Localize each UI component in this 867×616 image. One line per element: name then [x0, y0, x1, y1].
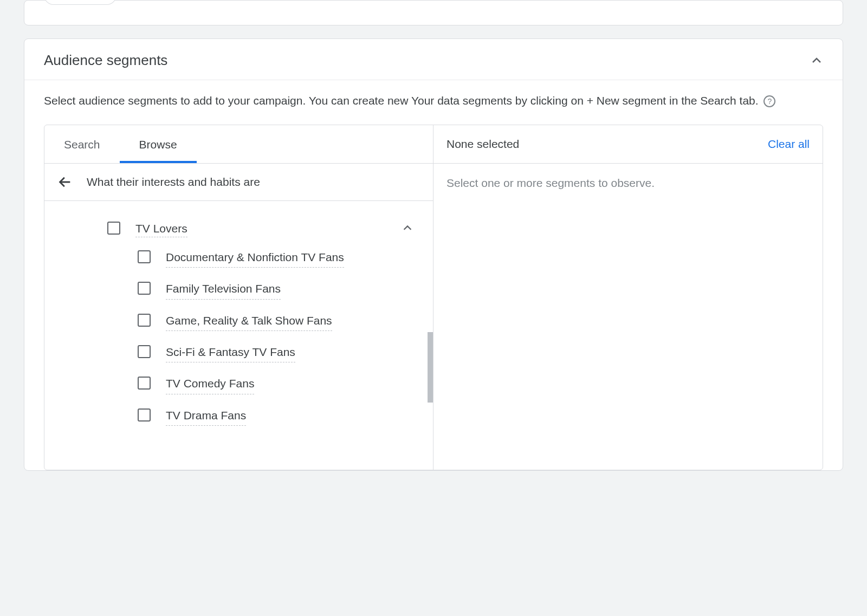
segment-label[interactable]: Game, Reality & Talk Show Fans — [166, 313, 332, 331]
segment-label[interactable]: Documentary & Nonfiction TV Fans — [166, 249, 344, 268]
description-bold: + New segment — [587, 94, 667, 107]
segment-label[interactable]: Sci-Fi & Fantasy TV Fans — [166, 344, 295, 362]
description-text-pre: Select audience segments to add to your … — [44, 94, 587, 107]
breadcrumb-row: What their interests and habits are — [44, 164, 433, 201]
segment-child-row: TV Comedy Fans — [44, 369, 433, 400]
right-header: None selected Clear all — [434, 125, 823, 164]
segment-label-tv-lovers[interactable]: TV Lovers — [135, 222, 187, 237]
parent-row-content: TV Lovers — [135, 221, 420, 236]
segment-child-row: Family Television Fans — [44, 274, 433, 306]
card-title: Audience segments — [44, 52, 167, 69]
panel-left: Search Browse What their interests and h… — [44, 125, 434, 470]
tab-search[interactable]: Search — [44, 126, 120, 163]
chevron-up-icon[interactable] — [402, 222, 413, 234]
checkbox-comedy[interactable] — [138, 377, 151, 390]
tabs: Search Browse — [44, 125, 433, 164]
right-body-text: Select one or more segments to observe. — [434, 164, 823, 203]
checkbox-documentary[interactable] — [138, 250, 151, 263]
description-text-post: in the Search tab. — [666, 94, 758, 107]
segment-label[interactable]: TV Drama Fans — [166, 407, 246, 426]
checkbox-tv-lovers[interactable] — [107, 222, 120, 235]
audience-segments-card: Audience segments Select audience segmen… — [24, 38, 843, 471]
segment-child-row: Game, Reality & Talk Show Fans — [44, 306, 433, 338]
back-arrow-icon[interactable] — [57, 174, 73, 190]
checkbox-scifi[interactable] — [138, 345, 151, 358]
segments-panel: Search Browse What their interests and h… — [44, 125, 823, 470]
segment-child-row: Documentary & Nonfiction TV Fans — [44, 243, 433, 274]
tab-browse[interactable]: Browse — [120, 126, 197, 163]
segment-label[interactable]: TV Comedy Fans — [166, 375, 254, 394]
help-icon[interactable]: ? — [764, 95, 775, 107]
selected-count-label: None selected — [447, 138, 519, 151]
pill-stub — [44, 0, 117, 5]
collapse-chevron-icon[interactable] — [810, 54, 823, 67]
checkbox-drama[interactable] — [138, 408, 151, 422]
card-description: Select audience segments to add to your … — [24, 80, 843, 125]
checkbox-family-tv[interactable] — [138, 282, 151, 295]
segment-child-row: Sci-Fi & Fantasy TV Fans — [44, 338, 433, 369]
checkbox-game-reality[interactable] — [138, 314, 151, 327]
segment-parent-row: TV Lovers — [44, 214, 433, 243]
card-header: Audience segments — [24, 39, 843, 80]
scrollbar-thumb[interactable] — [428, 332, 433, 403]
segment-child-row: TV Drama Fans — [44, 401, 433, 432]
breadcrumb-label: What their interests and habits are — [87, 176, 260, 189]
segment-label[interactable]: Family Television Fans — [166, 281, 281, 299]
previous-card-stub — [24, 0, 843, 25]
clear-all-button[interactable]: Clear all — [768, 138, 810, 151]
panel-right: None selected Clear all Select one or mo… — [434, 125, 823, 470]
segment-list[interactable]: TV Lovers Documentary & Nonfiction TV Fa… — [44, 201, 433, 470]
